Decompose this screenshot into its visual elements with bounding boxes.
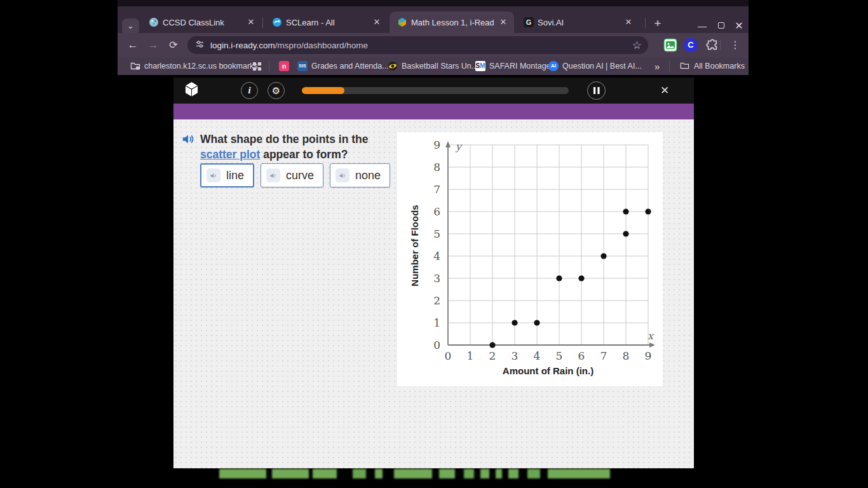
svg-text:7: 7 bbox=[600, 349, 607, 362]
svg-text:Number of Floods: Number of Floods bbox=[409, 205, 420, 286]
svg-text:2: 2 bbox=[489, 349, 496, 362]
bookmark-safari-montage[interactable]: SM SAFARI Montage bbox=[475, 60, 551, 72]
bookmark-star-icon[interactable]: ☆ bbox=[632, 39, 642, 52]
sclearn-favicon-icon bbox=[272, 17, 282, 27]
bookmarks-separator bbox=[669, 61, 670, 71]
close-window-button[interactable]: ✕ bbox=[733, 20, 745, 33]
folder-icon bbox=[680, 61, 690, 71]
bookmark-label: SAFARI Montage bbox=[489, 62, 551, 71]
choice-curve-button[interactable]: curve bbox=[261, 163, 323, 187]
tab-math-lesson-active[interactable]: Math Lesson 1, i-Ready ✕ bbox=[390, 11, 514, 33]
tab-title: CCSD ClassLink bbox=[163, 18, 241, 27]
svg-text:6: 6 bbox=[433, 205, 440, 218]
svg-text:x: x bbox=[648, 330, 654, 342]
bookmark-label: Grades and Attenda... bbox=[311, 62, 389, 71]
bookmarks-overflow-chevron[interactable]: » bbox=[654, 60, 660, 72]
address-bar[interactable]: login.i-ready.com/mspro/dashboard/home ☆ bbox=[187, 36, 648, 54]
pause-button[interactable] bbox=[587, 81, 606, 100]
browser-toolbar: ← → ⟳ login.i-ready.com/mspro/dashboard/… bbox=[118, 33, 749, 57]
classlink-favicon-icon bbox=[149, 17, 159, 27]
question-ai-icon: AI bbox=[548, 61, 559, 71]
svg-text:5: 5 bbox=[433, 227, 440, 240]
tab-title: Sovi.AI bbox=[538, 18, 619, 27]
bookmarks-bar: charleston.k12.sc.us bookmarks n SIS Gra… bbox=[118, 57, 749, 75]
svg-text:0: 0 bbox=[445, 349, 452, 362]
tab-strip: ⌄ CCSD ClassLink ✕ SCLearn - All ✕ Math … bbox=[118, 6, 749, 33]
tab-close-icon[interactable]: ✕ bbox=[623, 17, 634, 28]
bookmark-grades[interactable]: SIS Grades and Attenda... bbox=[297, 60, 389, 72]
back-button[interactable]: ← bbox=[125, 37, 140, 53]
choice-line-button[interactable]: line bbox=[200, 163, 254, 187]
choice-audio-icon[interactable] bbox=[266, 168, 280, 182]
bookmark-basketball-stars[interactable]: Basketball Stars Un... bbox=[388, 60, 478, 72]
maximize-icon bbox=[718, 22, 724, 29]
reload-button[interactable]: ⟳ bbox=[166, 37, 181, 53]
tab-sclearn[interactable]: SCLearn - All ✕ bbox=[264, 11, 388, 33]
bookmark-n[interactable]: n bbox=[279, 60, 289, 72]
tab-title: Math Lesson 1, i-Ready bbox=[411, 18, 494, 27]
tab-ccsd-classlink[interactable]: CCSD ClassLink ✕ bbox=[141, 11, 262, 33]
svg-text:0: 0 bbox=[433, 339, 440, 351]
scatter-plot-card: 01234567890123456789yxAmount of Rain (in… bbox=[397, 132, 663, 386]
menu-dots-icon[interactable]: ⋮ bbox=[728, 37, 743, 53]
svg-text:y: y bbox=[455, 140, 463, 152]
apps-grid-icon[interactable] bbox=[252, 60, 262, 72]
choice-audio-icon[interactable] bbox=[207, 168, 220, 182]
sovi-ai-favicon-icon: G bbox=[524, 17, 534, 27]
new-tab-button[interactable]: + bbox=[650, 17, 665, 32]
forward-button[interactable]: → bbox=[146, 37, 161, 53]
question-text: What shape do the points in the scatter … bbox=[200, 132, 378, 162]
n-icon: n bbox=[279, 61, 289, 71]
svg-text:1: 1 bbox=[467, 349, 474, 362]
lesson-progress-bar bbox=[302, 87, 569, 94]
sis-icon: SIS bbox=[297, 61, 308, 71]
safari-montage-icon: SM bbox=[475, 61, 485, 71]
svg-text:7: 7 bbox=[433, 183, 440, 196]
bookmark-label: Basketball Stars Un... bbox=[402, 62, 478, 71]
tab-title: SCLearn - All bbox=[286, 18, 367, 27]
svg-text:5: 5 bbox=[556, 349, 563, 362]
screenshot-extension-icon[interactable] bbox=[663, 38, 677, 52]
url-text: login.i-ready.com/mspro/dashboard/home bbox=[210, 41, 632, 50]
choice-none-button[interactable]: none bbox=[330, 163, 390, 187]
c-extension-icon[interactable]: C bbox=[684, 38, 698, 52]
bookmarks-folder[interactable]: charleston.k12.sc.us bookmarks bbox=[130, 60, 258, 72]
screen-glitch-artifact bbox=[219, 469, 612, 478]
tab-close-icon[interactable]: ✕ bbox=[371, 17, 383, 28]
extensions-puzzle-icon[interactable] bbox=[705, 38, 719, 52]
info-button[interactable]: i bbox=[241, 82, 258, 99]
tab-separator bbox=[645, 18, 646, 28]
managed-folder-icon bbox=[130, 61, 140, 71]
answer-choices: line curve none bbox=[200, 163, 390, 187]
scatter-plot-svg: 01234567890123456789yxAmount of Rain (in… bbox=[397, 132, 663, 386]
lesson-close-button[interactable]: ✕ bbox=[660, 84, 669, 97]
question-audio-button[interactable] bbox=[181, 132, 195, 146]
svg-text:1: 1 bbox=[433, 316, 440, 329]
scatter-plot-link[interactable]: scatter plot bbox=[200, 148, 260, 161]
pause-icon bbox=[593, 87, 600, 94]
svg-text:9: 9 bbox=[645, 349, 652, 362]
settings-gear-button[interactable]: ⚙ bbox=[268, 82, 285, 99]
tab-close-icon[interactable]: ✕ bbox=[498, 17, 509, 28]
choice-label: none bbox=[355, 169, 381, 182]
lesson-toolbar: i ⚙ ✕ bbox=[173, 78, 694, 104]
choice-label: curve bbox=[286, 169, 314, 182]
tab-sovi-ai[interactable]: G Sovi.AI ✕ bbox=[516, 11, 639, 33]
browser-window: ⌄ CCSD ClassLink ✕ SCLearn - All ✕ Math … bbox=[118, 0, 749, 488]
bookmark-label: charleston.k12.sc.us bookmarks bbox=[144, 62, 258, 71]
site-settings-icon[interactable] bbox=[195, 39, 205, 51]
svg-text:4: 4 bbox=[534, 349, 541, 362]
lesson-progress-fill bbox=[302, 87, 344, 94]
svg-text:4: 4 bbox=[433, 250, 440, 262]
svg-text:8: 8 bbox=[623, 349, 630, 362]
tab-close-icon[interactable]: ✕ bbox=[245, 17, 257, 28]
svg-text:8: 8 bbox=[433, 161, 440, 173]
toolbar-separator bbox=[720, 40, 721, 50]
maximize-button[interactable] bbox=[715, 20, 728, 33]
all-bookmarks-button[interactable]: All Bookmarks bbox=[680, 60, 745, 72]
choice-audio-icon[interactable] bbox=[336, 168, 349, 182]
page-content: i ⚙ ✕ What shape do the points in the sc… bbox=[118, 75, 749, 488]
svg-text:Amount of Rain (in.): Amount of Rain (in.) bbox=[503, 365, 593, 376]
bookmark-question-ai[interactable]: AI Question AI | Best AI... bbox=[548, 60, 642, 72]
minimize-button[interactable]: — bbox=[696, 20, 709, 33]
